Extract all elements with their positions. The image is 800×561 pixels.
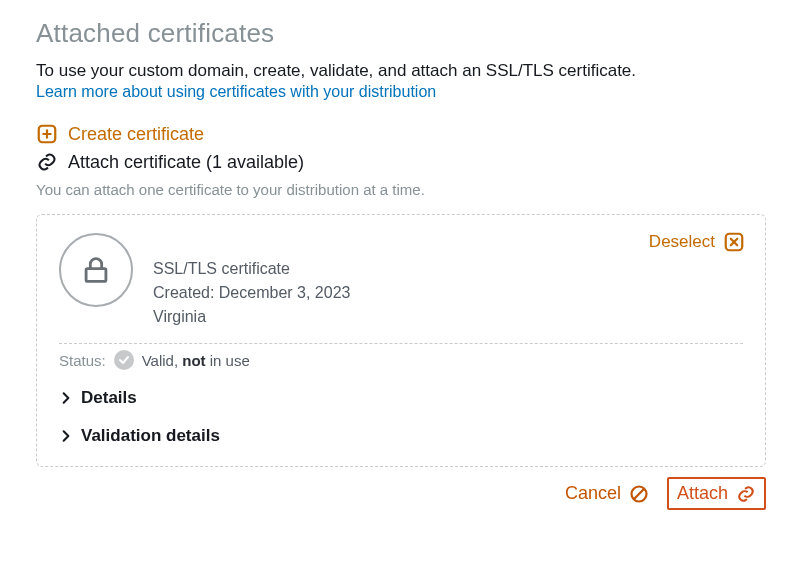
attach-button[interactable]: Attach — [667, 477, 766, 510]
status-valid-check-icon — [114, 350, 134, 370]
footer-actions: Cancel Attach — [36, 477, 766, 510]
chevron-right-icon — [59, 429, 73, 443]
details-label: Details — [81, 388, 137, 408]
validation-details-expander[interactable]: Validation details — [59, 426, 743, 446]
page-title: Attached certificates — [36, 18, 766, 49]
validation-details-label: Validation details — [81, 426, 220, 446]
certificate-created: Created: December 3, 2023 — [153, 281, 350, 305]
card-divider — [59, 343, 743, 344]
plus-square-icon — [36, 123, 58, 145]
create-certificate-label: Create certificate — [68, 124, 204, 145]
details-expander[interactable]: Details — [59, 388, 743, 408]
cancel-label: Cancel — [565, 483, 621, 504]
cancel-button[interactable]: Cancel — [557, 477, 657, 510]
attach-chain-icon — [736, 484, 756, 504]
certificate-lock-icon — [59, 233, 133, 307]
certificate-region: Virginia — [153, 305, 350, 329]
attach-hint-text: You can attach one certificate to your d… — [36, 181, 766, 198]
certificate-card: Deselect SSL/TLS certificate Created: De… — [36, 214, 766, 467]
attached-certificates-panel: Attached certificates To use your custom… — [0, 0, 800, 526]
certificate-name: SSL/TLS certificate — [153, 257, 350, 281]
attach-certificate-row: Attach certificate (1 available) — [36, 151, 766, 173]
deselect-x-icon — [723, 231, 745, 253]
create-certificate-action[interactable]: Create certificate — [36, 123, 766, 145]
deselect-button[interactable]: Deselect — [649, 231, 745, 253]
status-label: Status: — [59, 352, 106, 369]
attach-label: Attach — [677, 483, 728, 504]
svg-rect-6 — [86, 269, 106, 282]
cancel-slash-icon — [629, 484, 649, 504]
certificate-meta: SSL/TLS certificate Created: December 3,… — [153, 233, 350, 329]
learn-more-link[interactable]: Learn more about using certificates with… — [36, 83, 436, 101]
status-text: Valid, not in use — [142, 352, 250, 369]
deselect-label: Deselect — [649, 232, 715, 252]
intro-text: To use your custom domain, create, valid… — [36, 61, 766, 81]
certificate-status: Status: Valid, not in use — [59, 350, 743, 370]
chevron-right-icon — [59, 391, 73, 405]
svg-line-8 — [634, 488, 645, 499]
attach-chain-icon — [36, 151, 58, 173]
attach-certificate-label: Attach certificate (1 available) — [68, 152, 304, 173]
